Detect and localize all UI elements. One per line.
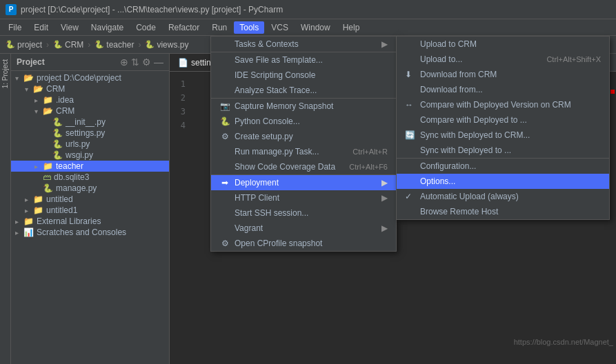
tree-icon-py: 🐍 [52, 150, 63, 160]
deployment-submenu-item-4[interactable]: ↔Compare with Deployed Version on CRM [397, 97, 609, 112]
tree-item-10[interactable]: 🐍manage.py [11, 183, 169, 194]
tree-item-1[interactable]: ▾📂CRM [11, 83, 169, 94]
tools-menu-item-2[interactable]: IDE Scripting Console [211, 68, 396, 83]
line-num-4: 4 [170, 121, 194, 130]
submenu-arrow-icon: ▶ [381, 223, 388, 233]
deployment-submenu-item-6[interactable]: 🔄Sync with Deployed to CRM... [397, 128, 609, 143]
tree-icon-scratch: 📊 [23, 228, 34, 237]
deployment-submenu-item-2[interactable]: ⬇Download from CRM [397, 67, 609, 82]
submenu-arrow-icon: ▶ [381, 39, 388, 49]
tree-arrow: ▸ [25, 207, 33, 214]
sync-btn[interactable]: ⇅ [131, 57, 139, 68]
tools-menu-item-5[interactable]: 🐍Python Console... [211, 114, 396, 129]
menu-bar: FileEditViewNavigateCodeRefactorRunTools… [0, 19, 616, 36]
menu-item-view[interactable]: View [55, 21, 84, 34]
tree-item-0[interactable]: ▾📂project D:\Code\project [11, 72, 169, 83]
tree-item-11[interactable]: ▸📁untitled [11, 194, 169, 205]
submenu-item-icon: 🔄 [405, 130, 416, 140]
tree-arrow: ▾ [25, 85, 33, 93]
deployment-submenu: Upload to CRMUpload to...Ctrl+Alt+Shift+… [396, 36, 610, 220]
project-tab-label[interactable]: 1: Project [0, 57, 10, 91]
breadcrumb-label: project [17, 40, 42, 50]
tree-item-9[interactable]: 🗃db.sqlite3 [11, 172, 169, 183]
tree-label: teacher [56, 161, 83, 171]
submenu-item-label: Browse Remote Host [420, 207, 498, 216]
tools-menu-item-9[interactable]: ➡Deployment▶ [211, 174, 396, 190]
tree-item-12[interactable]: ▸📁untitled1 [11, 205, 169, 216]
tree-label: __init__.py [66, 117, 106, 127]
deployment-submenu-item-1[interactable]: Upload to...Ctrl+Alt+Shift+X [397, 52, 609, 67]
tree-item-7[interactable]: 🐍wsgi.py [11, 150, 169, 161]
breadcrumb-item-teacher[interactable]: 🐍teacher [95, 40, 134, 50]
tree-icon-folder: 📁 [43, 161, 53, 171]
tree-item-3[interactable]: ▾📂CRM [11, 105, 169, 117]
deployment-submenu-item-11[interactable]: Browse Remote Host [397, 204, 609, 219]
tools-menu-item-10[interactable]: HTTP Client▶ [211, 190, 396, 205]
breadcrumb-label: views.py [157, 40, 188, 50]
tree-item-2[interactable]: ▸📁.idea [11, 94, 169, 105]
menu-item-window[interactable]: Window [295, 21, 336, 34]
tools-menu-item-0[interactable]: Tasks & Contexts▶ [211, 37, 396, 52]
tree-item-6[interactable]: 🐍urls.py [11, 139, 169, 150]
menu-item-run[interactable]: Run [206, 21, 232, 34]
tree-arrow: ▸ [15, 218, 23, 225]
close-btn[interactable]: — [154, 57, 163, 68]
menu-item-vcs[interactable]: VCS [266, 21, 294, 34]
tools-menu-item-11[interactable]: Start SSH session... [211, 205, 396, 221]
deployment-submenu-item-0[interactable]: Upload to CRM [397, 37, 609, 52]
tree-icon-folder: 📁 [23, 216, 34, 226]
menu-item-tools[interactable]: Tools [234, 21, 264, 34]
tools-menu-item-13[interactable]: ⚙Open CProfile snapshot [211, 236, 396, 251]
menu-item-navigate[interactable]: Navigate [86, 21, 129, 34]
tools-menu-item-8[interactable]: Show Code Coverage DataCtrl+Alt+F6 [211, 159, 396, 174]
tree-label: External Libraries [37, 216, 101, 226]
folder-icon: 🐍 [6, 40, 15, 49]
tree-icon-py: 🐍 [43, 183, 53, 193]
app-icon: P [6, 4, 17, 15]
settings-btn[interactable]: ⚙ [142, 57, 151, 68]
breadcrumb-item-project[interactable]: 🐍project [6, 40, 42, 50]
tree-item-4[interactable]: 🐍__init__.py [11, 117, 169, 128]
menu-item-code[interactable]: Code [130, 21, 161, 34]
submenu-item-label: Download from... [420, 85, 483, 94]
tree-item-5[interactable]: 🐍settings.py [11, 128, 169, 139]
tree-icon-folder: 📁 [33, 194, 43, 204]
breadcrumb-sep-2: › [88, 40, 90, 50]
menu-item-label: Show Code Coverage Data [235, 162, 335, 172]
sidebar-header: Project ⊕ ⇅ ⚙ — [11, 54, 169, 71]
menu-item-edit[interactable]: Edit [28, 21, 54, 34]
deployment-submenu-item-9[interactable]: Options... [397, 174, 609, 189]
tree-arrow: ▸ [34, 163, 43, 170]
deployment-submenu-item-10[interactable]: ✓Automatic Upload (always) [397, 189, 609, 204]
tree-icon-folder: 📂 [43, 106, 53, 116]
breadcrumb-item-views.py[interactable]: 🐍views.py [145, 40, 188, 50]
line-num-2: 2 [170, 93, 194, 103]
tree-icon-sqlite: 🗃 [43, 172, 51, 182]
menu-item-help[interactable]: Help [337, 21, 366, 34]
menu-icon: ➡ [219, 178, 230, 188]
menu-icon: 🐍 [219, 117, 230, 126]
window-title: project [D:\Code\project] - ...\CRM\teac… [21, 5, 283, 14]
menu-item-refactor[interactable]: Refactor [163, 21, 205, 34]
tools-menu-item-6[interactable]: ⚙Create setup.py [211, 129, 396, 144]
error-indicator [610, 90, 615, 94]
tree-icon-py: 🐍 [52, 128, 63, 138]
breadcrumb-item-CRM[interactable]: 🐍CRM [53, 40, 83, 50]
tools-menu-item-7[interactable]: Run manage.py Task...Ctrl+Alt+R [211, 144, 396, 159]
sidebar-actions: ⊕ ⇅ ⚙ — [120, 57, 163, 68]
tools-menu-item-1[interactable]: Save File as Template... [211, 52, 396, 68]
menu-item-file[interactable]: File [3, 21, 27, 34]
tree-item-8[interactable]: ▸📁teacher [11, 161, 169, 172]
deployment-submenu-item-7[interactable]: Sync with Deployed to ... [397, 143, 609, 158]
title-bar: P project [D:\Code\project] - ...\CRM\te… [0, 0, 616, 19]
deployment-submenu-item-8[interactable]: Configuration... [397, 158, 609, 174]
tools-menu-item-4[interactable]: 📷Capture Memory Snapshot [211, 98, 396, 114]
tree-label: wsgi.py [66, 150, 93, 160]
tree-item-14[interactable]: ▸📊Scratches and Consoles [11, 227, 169, 238]
deployment-submenu-item-3[interactable]: Download from... [397, 82, 609, 97]
deployment-submenu-item-5[interactable]: Compare with Deployed to ... [397, 112, 609, 128]
tree-item-13[interactable]: ▸📁External Libraries [11, 216, 169, 227]
tools-menu-item-3[interactable]: Analyze Stack Trace... [211, 83, 396, 98]
tools-menu-item-12[interactable]: Vagrant▶ [211, 221, 396, 236]
add-btn[interactable]: ⊕ [120, 57, 128, 68]
